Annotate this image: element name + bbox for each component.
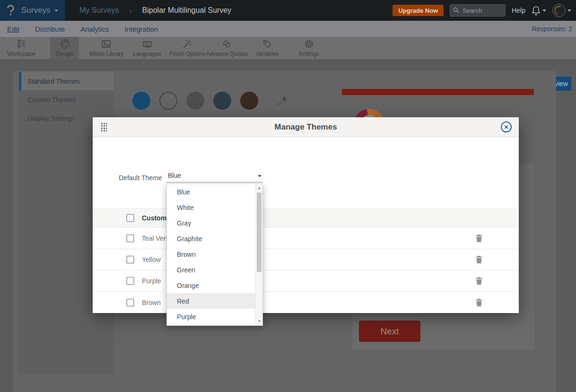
trash-icon — [476, 299, 482, 306]
drag-handle[interactable] — [101, 122, 107, 131]
trash-icon — [476, 256, 482, 263]
trash-icon — [476, 277, 482, 285]
row-checkbox[interactable] — [126, 235, 134, 243]
scroll-up-arrow-icon[interactable]: ▲ — [256, 186, 263, 190]
default-theme-select[interactable]: Blue — [166, 170, 263, 183]
delete-theme-button[interactable] — [475, 276, 483, 286]
dropdown-option-green[interactable]: Green — [167, 262, 262, 278]
dropdown-option-gray[interactable]: Gray — [167, 215, 262, 231]
dropdown-scrollbar[interactable]: ▲ ▼ — [255, 184, 262, 325]
row-checkbox[interactable] — [126, 298, 134, 306]
delete-theme-button[interactable] — [475, 298, 483, 307]
modal-header: Manage Themes ✕ — [93, 117, 519, 137]
default-theme-dropdown-list: Blue White Gray Graphite Brown Green Ora… — [166, 183, 263, 326]
dropdown-option-brown[interactable]: Brown — [167, 246, 262, 262]
row-checkbox[interactable] — [126, 256, 134, 264]
modal-title: Manage Themes — [93, 117, 519, 137]
dropdown-option-red[interactable]: Red — [167, 293, 262, 309]
chevron-down-icon — [258, 175, 262, 177]
table-row: Teal Version — [93, 228, 519, 249]
theme-name: Yellow — [142, 256, 161, 263]
default-theme-label: Default Theme — [119, 174, 162, 182]
row-checkbox[interactable] — [126, 277, 134, 285]
theme-name: Brown — [142, 299, 161, 306]
scroll-down-arrow-icon[interactable]: ▼ — [256, 319, 263, 323]
table-row: Brown — [93, 292, 519, 313]
theme-name: Purple — [142, 277, 161, 285]
trash-icon — [476, 235, 482, 242]
custom-themes-header-row: Custom Themes — [93, 208, 519, 227]
dropdown-option-purple[interactable]: Purple — [167, 309, 262, 324]
delete-theme-button[interactable] — [475, 234, 483, 243]
select-all-checkbox[interactable] — [126, 214, 134, 222]
selected-theme-value: Blue — [168, 172, 181, 179]
delete-theme-button[interactable] — [475, 255, 483, 264]
scrollbar-thumb[interactable] — [257, 192, 262, 272]
questionpro-app: Surveys My Surveys › Bipolar Multilingua… — [0, 0, 576, 392]
dropdown-option-orange[interactable]: Orange — [167, 278, 262, 293]
close-icon[interactable]: ✕ — [501, 122, 512, 132]
table-row: Yellow — [93, 249, 519, 270]
dropdown-option-blue[interactable]: Blue — [167, 184, 262, 200]
table-row: Purple — [93, 270, 519, 292]
dropdown-option-white[interactable]: White — [167, 200, 262, 215]
dropdown-option-graphite[interactable]: Graphite — [167, 231, 262, 246]
manage-themes-modal: Manage Themes ✕ Default Theme Blue Custo… — [93, 117, 519, 310]
modal-body: Default Theme Blue Custom Themes Teal Ve… — [93, 137, 519, 310]
